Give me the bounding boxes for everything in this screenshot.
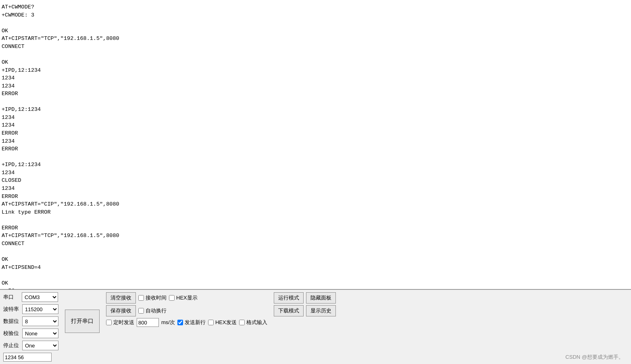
clear-recv-button[interactable]: 清空接收 — [106, 292, 136, 304]
send-newline-checkbox[interactable] — [177, 320, 183, 325]
save-buttons-row: 保存接收 自动换行 — [106, 305, 267, 316]
check-label: 校验位 — [3, 330, 19, 337]
bottom-panel: 串口 COM3 COM1 COM2 COM4 COM5 波特率 115200 9… — [0, 289, 631, 364]
watermark-text: CSDN @想要成为燃手。 — [565, 354, 628, 361]
auto-newline-checkbox[interactable] — [138, 308, 144, 314]
show-history-button[interactable]: 显示历史 — [306, 305, 336, 316]
stop-row: 停止位 One Two — [3, 341, 58, 350]
port-label: 串口 — [3, 293, 19, 301]
run-mode-button[interactable]: 运行模式 — [274, 292, 304, 304]
hex-display-checkbox[interactable] — [169, 295, 175, 301]
databits-select[interactable]: 8 5 6 7 — [22, 316, 58, 326]
left-controls: 串口 COM3 COM1 COM2 COM4 COM5 波特率 115200 9… — [3, 292, 58, 350]
interval-input[interactable] — [137, 318, 159, 327]
save-recv-button[interactable]: 保存接收 — [106, 305, 136, 316]
timed-send-checkbox[interactable] — [106, 320, 112, 325]
mode-row-2: 下载模式 显示历史 — [274, 305, 336, 316]
recv-time-label: 接收时间 — [146, 294, 167, 302]
download-mode-button[interactable]: 下载模式 — [274, 305, 304, 316]
baud-label: 波特率 — [3, 306, 19, 313]
port-select[interactable]: COM3 COM1 COM2 COM4 COM5 — [22, 292, 58, 302]
format-input-label: 格式输入 — [246, 319, 267, 326]
hex-send-group: HEX发送 — [208, 319, 237, 326]
hex-display-group: HEX显示 — [169, 294, 198, 302]
bottom-bar: CSDN @想要成为燃手。 — [3, 353, 628, 362]
baud-row: 波特率 115200 9600 19200 38400 57600 — [3, 304, 58, 314]
port-row: 串口 COM3 COM1 COM2 COM4 COM5 — [3, 292, 58, 302]
recv-time-checkbox[interactable] — [138, 295, 144, 301]
baud-select[interactable]: 115200 9600 19200 38400 57600 — [22, 304, 58, 314]
terminal-text: AT+CWMODE? +CWMODE: 3 OK AT+CIPSTART="TC… — [2, 3, 629, 289]
hex-send-checkbox[interactable] — [208, 320, 214, 325]
recv-buttons-row: 清空接收 接收时间 HEX显示 — [106, 292, 267, 304]
auto-newline-group: 自动换行 — [138, 307, 167, 314]
auto-newline-label: 自动换行 — [146, 307, 167, 314]
send-data-input[interactable] — [3, 353, 52, 362]
format-input-checkbox[interactable] — [239, 320, 245, 325]
timed-send-group: 定时发送 — [106, 319, 134, 326]
send-options-row: 定时发送 ms/次 发送新行 HEX发送 格式输入 — [106, 318, 267, 327]
databits-row: 数据位 8 5 6 7 — [3, 316, 58, 326]
stop-label: 停止位 — [3, 342, 19, 349]
hex-display-label: HEX显示 — [176, 294, 198, 302]
send-data-area — [3, 353, 52, 362]
right-controls: 运行模式 隐藏面板 下载模式 显示历史 — [274, 292, 336, 350]
timed-send-label: 定时发送 — [113, 319, 134, 326]
stop-select[interactable]: One Two — [22, 341, 58, 350]
open-btn-container: 打开串口 — [65, 292, 100, 350]
databits-label: 数据位 — [3, 318, 19, 325]
format-input-group: 格式输入 — [239, 319, 267, 326]
hex-send-label: HEX发送 — [215, 319, 237, 326]
recv-time-group: 接收时间 — [138, 294, 167, 302]
check-select[interactable]: None Odd Even — [22, 329, 58, 338]
center-controls: 清空接收 接收时间 HEX显示 保存接收 自动换行 — [106, 292, 267, 350]
ms-label: ms/次 — [161, 319, 175, 326]
hide-panel-button[interactable]: 隐藏面板 — [306, 292, 336, 304]
open-port-button[interactable]: 打开串口 — [65, 310, 100, 333]
mode-row-1: 运行模式 隐藏面板 — [274, 292, 336, 304]
send-newline-group: 发送新行 — [177, 319, 206, 326]
send-newline-label: 发送新行 — [185, 319, 206, 326]
controls-section: 串口 COM3 COM1 COM2 COM4 COM5 波特率 115200 9… — [3, 292, 628, 350]
check-row: 校验位 None Odd Even — [3, 329, 58, 338]
terminal-output: AT+CWMODE? +CWMODE: 3 OK AT+CIPSTART="TC… — [0, 0, 631, 289]
